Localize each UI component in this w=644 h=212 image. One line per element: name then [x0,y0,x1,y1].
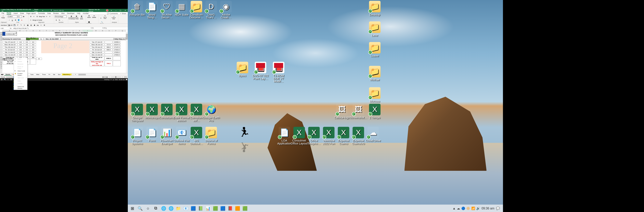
merge-center-button[interactable]: Merge & Center [32,20,42,21]
row-header[interactable]: 68 [0,62,2,64]
tray-icon[interactable]: ▲ [112,79,114,81]
desktop-icon[interactable]: 🌍✓Google Earth Pro [203,104,220,122]
formula-input[interactable]: =IF(L17>0,L17/L16,"") [12,28,128,29]
zoom-slider[interactable] [111,77,121,77]
tab-view[interactable]: View [61,12,64,15]
qat-button[interactable]: 🖶 [33,24,36,27]
desktop-icon[interactable]: 📁✓Bytes [234,62,251,77]
row-header[interactable]: 53 [0,39,2,41]
tray-time[interactable]: 09:36 am [119,79,125,81]
taskbar-app-icon[interactable]: 🟦 [190,205,197,211]
taskbar-app-icon[interactable]: 📗 [197,205,204,211]
tab-pagelayout[interactable]: Page Layout [26,12,36,15]
qat-button[interactable]: ⊞ [43,24,46,27]
row-header[interactable]: 71 [0,67,2,69]
zoom-out-button[interactable]: − [109,76,110,78]
desktop-icon[interactable]: 🖼✓Screenshot… [350,104,367,119]
row-header[interactable]: 66 [0,58,2,60]
row-header[interactable]: 51 [0,35,2,37]
sheet-tab-wed[interactable]: Wed [35,74,41,75]
desktop-icon[interactable]: X✓1 Tempo [366,104,383,119]
task-view-icon[interactable]: ⧉ [10,78,12,81]
start-button[interactable]: ⊞ [128,205,136,211]
vertical-scrollbar[interactable] [126,32,128,73]
desktop-icon[interactable]: ☁✓Cloud Drive [364,127,382,142]
row-header[interactable] [0,44,2,46]
sheet-tab-tue[interactable]: Tues [29,74,35,75]
qat-button[interactable]: ≡ [40,24,42,27]
row-header[interactable] [0,48,2,50]
align-bot-button[interactable]: ⬇ [36,15,38,18]
column-header-M[interactable]: M [93,30,99,32]
comments-button[interactable]: 💬 Comments [107,13,118,15]
align-right-button[interactable]: ≡ [30,19,32,21]
name-box[interactable]: L18 [0,28,10,29]
tab-insert[interactable]: Insert [14,12,18,15]
taskbar-app-icon[interactable]: 🌐 [167,205,174,211]
format-as-table-button[interactable]: ▦Format as Table [74,16,79,21]
desktop-icon[interactable]: 🖼✓Catoca-logo [333,104,350,119]
row-header[interactable] [0,51,2,53]
row-header[interactable]: 52 [0,37,2,39]
maximize-button[interactable]: ▢ [119,9,122,12]
autosave-toggle[interactable] [7,25,10,26]
desktop-icon[interactable]: 📁✓Source of Forms [203,127,220,145]
italic-button[interactable]: I [8,19,10,21]
column-headers[interactable]: ABCDEFGHIJKLMNOPQ [2,30,126,32]
row-header[interactable]: 70 [0,65,2,67]
row-header[interactable] [0,42,2,44]
tray-lang[interactable]: ENG [115,79,118,81]
tab-file[interactable]: File [2,12,4,15]
paste-button[interactable]: 📋Paste [1,16,6,21]
sheet-tab-fri[interactable]: Fri [47,74,52,75]
ribbon-options-icon[interactable]: ▾ [110,9,113,12]
taskbar-app-icon[interactable]: 📧 [182,205,190,211]
view-buttons[interactable]: ▦ ▤ ▣ [102,76,108,78]
cm-protect-sheet[interactable]: 🔒Protect Sheet… [14,72,27,77]
number-format-select[interactable] [55,15,67,18]
sheet-tab-summary[interactable]: Summ [4,73,12,76]
sheet-tab-machine[interactable]: Machine p [62,74,72,75]
qat-undo-icon[interactable]: ↶ [16,24,19,27]
tray-icon[interactable]: 🔆 [466,206,470,210]
align-mid-button[interactable]: ≡ [32,15,35,18]
qat-button[interactable]: ▤ [30,24,32,27]
tray-icon[interactable]: ☁ [457,206,460,210]
fx-icon[interactable]: fx [10,28,12,29]
column-header-O[interactable]: O [106,30,113,32]
row-header[interactable] [0,50,2,51]
tray-icon[interactable]: 🔵 [461,206,465,210]
user-avatar[interactable]: HV [106,9,108,12]
horizontal-scrollbar[interactable] [77,74,127,75]
start-button[interactable]: ⊞ [0,78,3,81]
zoom-percent[interactable]: 95% [124,76,127,78]
border-button[interactable]: ⊞ [14,19,17,21]
conditional-formatting-button[interactable]: ▦Conditional Formatting [69,16,74,21]
taskbar-app-icon[interactable]: 🟦 [219,205,226,211]
column-header-F[interactable]: F [43,30,50,32]
date-to-cell[interactable]: Sun, 12-Jun-2022 [44,38,60,40]
desktop-icon[interactable]: 📕✓DVG-07 022 Plant Lay… [252,62,269,80]
sheet-tab-sat[interactable]: Sat [52,74,57,75]
sheet-tab-sun[interactable]: Sun [57,74,62,75]
column-header-E[interactable]: E [37,30,43,32]
cortana-icon[interactable]: ○ [7,78,10,81]
taskbar-app-icon[interactable]: 🌐 [160,205,167,211]
column-header-N[interactable]: N [99,30,106,32]
taskbar-app-icon[interactable]: 🟩 [241,205,249,211]
column-header-P[interactable]: P [112,30,119,32]
desktop-icon[interactable]: 📕✓T3 ROM DDE VT Modif… [270,62,287,83]
column-header-Q[interactable]: Q [119,30,126,32]
qat-button[interactable]: Aa [36,24,39,27]
column-header-D[interactable]: D [30,30,37,32]
date-from-cell[interactable]: Mon, 06-Jun-2022 [26,38,38,40]
column-header-H[interactable]: H [56,30,63,32]
taskbar-app-icon[interactable]: 📕 [226,205,234,211]
tray-icon[interactable]: ▲ [452,206,456,210]
desktop-icon[interactable]: 📁✓Mothae [366,66,383,81]
qat-button[interactable]: ⎘ [23,24,26,27]
minimize-button[interactable]: — [114,9,118,12]
wrap-text-button[interactable]: Wrap Text [39,16,45,17]
row-header[interactable] [0,53,2,55]
qat-redo-icon[interactable]: ↷ [20,24,22,27]
